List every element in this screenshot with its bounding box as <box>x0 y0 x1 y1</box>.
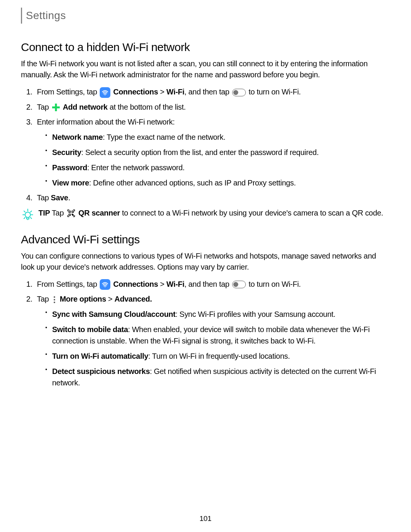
header-accent-bar <box>21 8 22 24</box>
more-options-icon <box>52 296 57 304</box>
svg-rect-13 <box>73 215 73 216</box>
svg-point-0 <box>105 94 105 95</box>
page-number: 101 <box>199 514 212 523</box>
sub-sync: Sync with Samsung Cloud/account: Sync Wi… <box>52 308 390 320</box>
sub-view-more: View more: Define other advanced options… <box>52 177 390 189</box>
svg-line-5 <box>24 211 25 212</box>
step2-label: Add network <box>63 103 108 111</box>
step1-post: to turn on Wi-Fi. <box>249 88 301 96</box>
svg-rect-10 <box>72 211 73 212</box>
step-2: Tap Add network at the bottom of the lis… <box>37 102 390 113</box>
step-1: From Settings, tap Connections > Wi-Fi, … <box>37 86 390 98</box>
s2step1-gt: > <box>158 280 166 288</box>
section-heading-hidden-wifi: Connect to a hidden Wi-Fi network <box>21 41 390 54</box>
s2step2-gt: > <box>106 295 115 303</box>
sub3-label: Password <box>52 163 87 172</box>
connections-icon <box>100 279 110 290</box>
sub-security: Security: Select a security option from … <box>52 147 390 158</box>
s2step2-pre: Tap <box>37 295 51 303</box>
sub-password: Password: Enter the network password. <box>52 162 390 173</box>
tip-scanner-label: QR scanner <box>78 209 120 217</box>
section1-intro: If the Wi-Fi network you want is not lis… <box>21 58 390 80</box>
svg-line-7 <box>24 217 25 219</box>
sub-suspicious: Detect suspicious networks: Get notified… <box>52 366 390 388</box>
s2sub1-text: : Sync Wi-Fi profiles with your Samsung … <box>175 310 335 318</box>
s2-step-2: Tap More options > Advanced. Sync with S… <box>37 294 390 388</box>
s2sub1-label: Sync with Samsung Cloud/account <box>52 310 175 318</box>
step-4: Tap Save. <box>37 192 390 203</box>
tip-pre: Tap <box>50 209 66 217</box>
section2-steps: From Settings, tap Connections > Wi-Fi, … <box>21 279 390 389</box>
tip-post: to connect to a Wi-Fi network by using y… <box>120 209 383 217</box>
s2step1-wifi: Wi-Fi <box>166 280 184 288</box>
s2-step-1: From Settings, tap Connections > Wi-Fi, … <box>37 279 390 290</box>
s2step1-pre: From Settings, tap <box>37 280 99 288</box>
lightbulb-icon <box>21 208 35 222</box>
toggle-icon <box>232 281 246 288</box>
tip-block: TIP Tap QR scanner to connect to a Wi-Fi… <box>21 207 390 222</box>
section1-steps: From Settings, tap Connections > Wi-Fi, … <box>21 86 390 203</box>
step1-pre: From Settings, tap <box>37 88 99 96</box>
step3-sublist: Network name: Type the exact name of the… <box>37 131 390 189</box>
sub4-text: : Define other advanced options, such as… <box>89 179 296 187</box>
sub4-label: View more <box>52 179 89 187</box>
svg-rect-11 <box>69 214 70 216</box>
step1-connections-label: Connections <box>113 88 158 96</box>
step4-post: . <box>68 193 70 202</box>
sub2-label: Security <box>52 148 81 157</box>
connections-icon <box>100 87 110 98</box>
step-3: Enter information about the Wi-Fi networ… <box>37 117 390 189</box>
s2sub2-label: Switch to mobile data <box>52 325 128 334</box>
sub1-text: : Type the exact name of the network. <box>103 133 225 141</box>
s2step2-advanced: Advanced. <box>115 295 152 303</box>
svg-rect-9 <box>69 211 70 212</box>
toggle-icon <box>232 89 246 96</box>
svg-line-8 <box>30 217 32 219</box>
header-title: Settings <box>26 10 66 22</box>
sub3-text: : Enter the network password. <box>87 163 185 172</box>
s2step2-more: More options <box>60 295 106 303</box>
s2step1-mid: , and then tap <box>184 280 231 288</box>
tip-text: TIP Tap QR scanner to connect to a Wi-Fi… <box>38 207 383 219</box>
svg-point-1 <box>25 212 30 217</box>
s2sub4-label: Detect suspicious networks <box>52 367 150 375</box>
qr-scanner-icon <box>67 209 76 218</box>
page-header: Settings <box>21 8 390 24</box>
step4-label: Save <box>51 193 68 202</box>
svg-point-14 <box>105 286 105 287</box>
sub2-text: : Select a security option from the list… <box>81 148 319 157</box>
sub-auto-wifi: Turn on Wi-Fi automatically: Turn on Wi-… <box>52 350 390 362</box>
plus-icon <box>52 103 60 112</box>
s2step1-post: to turn on Wi-Fi. <box>249 280 301 288</box>
step2-post: at the bottom of the list. <box>108 103 186 111</box>
sub-switch-mobile: Switch to mobile data: When enabled, you… <box>52 324 390 347</box>
s2step1-connections: Connections <box>113 280 158 288</box>
s2sub3-label: Turn on Wi-Fi automatically <box>52 352 148 360</box>
s2sub3-text: : Turn on Wi-Fi in frequently-used locat… <box>148 352 290 360</box>
step1-gt: > <box>158 88 166 96</box>
step4-pre: Tap <box>37 193 51 202</box>
section-heading-advanced: Advanced Wi-Fi settings <box>21 233 390 246</box>
step2-pre: Tap <box>37 103 51 111</box>
tip-label: TIP <box>38 209 50 217</box>
step1-mid: , and then tap <box>184 88 231 96</box>
step1-wifi-label: Wi-Fi <box>166 88 184 96</box>
s2step2-sublist: Sync with Samsung Cloud/account: Sync Wi… <box>37 308 390 388</box>
sub1-label: Network name <box>52 133 103 141</box>
sub-network-name: Network name: Type the exact name of the… <box>52 131 390 143</box>
svg-line-6 <box>30 211 32 212</box>
step3-text: Enter information about the Wi-Fi networ… <box>37 118 175 126</box>
section2-intro: You can configure connections to various… <box>21 251 390 273</box>
